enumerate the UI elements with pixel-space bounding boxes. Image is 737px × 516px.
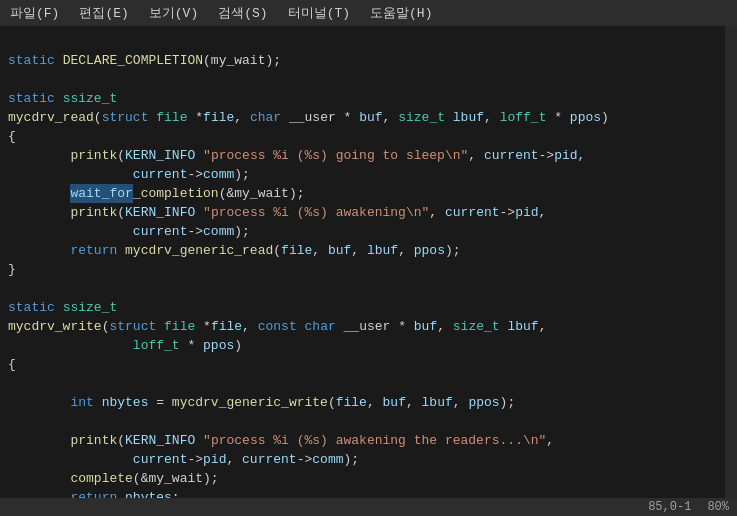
code-line: } <box>8 260 725 279</box>
menu-edit[interactable]: 편집(E) <box>75 3 132 23</box>
menu-help[interactable]: 도움말(H) <box>366 3 436 23</box>
code-line: printk(KERN_INFO "process %i (%s) going … <box>8 146 725 165</box>
code-line: current->comm); <box>8 165 725 184</box>
code-line: current->pid, current->comm); <box>8 450 725 469</box>
menubar: 파일(F) 편집(E) 보기(V) 검색(S) 터미널(T) 도움말(H) <box>0 0 737 26</box>
code-line: return mycdrv_generic_read(file, buf, lb… <box>8 241 725 260</box>
code-line <box>8 374 725 393</box>
code-line: int nbytes = mycdrv_generic_write(file, … <box>8 393 725 412</box>
menu-file[interactable]: 파일(F) <box>6 3 63 23</box>
code-line <box>8 412 725 431</box>
editor-container: static DECLARE_COMPLETION(my_wait); stat… <box>0 26 737 498</box>
code-line: { <box>8 127 725 146</box>
code-line: static DECLARE_COMPLETION(my_wait); <box>8 51 725 70</box>
code-line: mycdrv_read(struct file *file, char __us… <box>8 108 725 127</box>
menu-terminal[interactable]: 터미널(T) <box>284 3 354 23</box>
code-line <box>8 279 725 298</box>
code-line: loff_t * ppos) <box>8 336 725 355</box>
code-line: static ssize_t <box>8 89 725 108</box>
code-line: current->comm); <box>8 222 725 241</box>
code-line <box>8 32 725 51</box>
code-line: return nbytes; <box>8 488 725 498</box>
statusbar: 85,0-1 80% <box>0 498 737 516</box>
menu-search[interactable]: 검색(S) <box>214 3 271 23</box>
code-line: static ssize_t <box>8 298 725 317</box>
menu-view[interactable]: 보기(V) <box>145 3 202 23</box>
cursor-position: 85,0-1 <box>648 500 691 514</box>
scroll-percent: 80% <box>707 500 729 514</box>
editor-content[interactable]: static DECLARE_COMPLETION(my_wait); stat… <box>0 26 725 498</box>
code-line <box>8 70 725 89</box>
code-line-highlighted: wait_for_completion(&my_wait); <box>8 184 725 203</box>
code-line: mycdrv_write(struct file *file, const ch… <box>8 317 725 336</box>
code-line: complete(&my_wait); <box>8 469 725 488</box>
code-line: { <box>8 355 725 374</box>
scrollbar[interactable] <box>725 26 737 498</box>
code-line: printk(KERN_INFO "process %i (%s) awaken… <box>8 431 725 450</box>
code-line: printk(KERN_INFO "process %i (%s) awaken… <box>8 203 725 222</box>
